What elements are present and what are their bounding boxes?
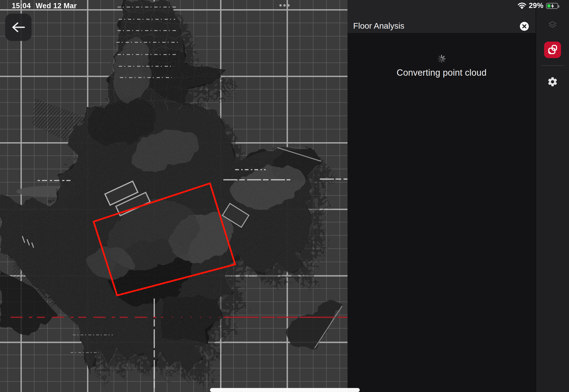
- multitask-indicator[interactable]: [279, 4, 290, 7]
- screen: Floor Analysis Converting point cloud: [0, 0, 569, 392]
- status-left: 15:04 Wed 12 Mar: [12, 2, 77, 10]
- back-arrow-icon: [12, 22, 25, 33]
- wifi-icon: [518, 2, 526, 9]
- close-button[interactable]: [520, 22, 529, 31]
- home-indicator[interactable]: [210, 388, 360, 392]
- status-time: 15:04: [12, 2, 31, 10]
- back-button[interactable]: [5, 14, 31, 41]
- battery-cap: [558, 5, 559, 8]
- close-icon: [520, 22, 529, 31]
- panel-title: Floor Analysis: [353, 21, 404, 30]
- layers-icon: [548, 20, 557, 30]
- settings-gear-icon: [547, 76, 558, 87]
- battery-charging-icon: [546, 3, 558, 9]
- settings-button[interactable]: [544, 73, 561, 90]
- multitask-dot: [283, 4, 286, 7]
- floor-analysis-panel: Floor Analysis Converting point cloud: [347, 0, 536, 392]
- multitask-dot: [287, 4, 290, 7]
- charging-bolt-icon: [551, 3, 555, 9]
- layers-button[interactable]: [544, 16, 561, 33]
- floor-analysis-button[interactable]: [544, 42, 561, 58]
- right-toolbar: [536, 0, 569, 392]
- status-bar: 15:04 Wed 12 Mar 29%: [0, 0, 569, 10]
- battery-fill: [547, 4, 550, 8]
- point-cloud-convert-icon: [547, 44, 558, 55]
- toolbar-divider: [541, 65, 564, 66]
- status-date: Wed 12 Mar: [36, 2, 77, 10]
- conversion-status-message: Converting point cloud: [347, 68, 536, 78]
- multitask-dot: [279, 4, 282, 7]
- status-right: 29%: [518, 1, 558, 10]
- battery-percent: 29%: [529, 1, 543, 10]
- loading-spinner-icon: [436, 53, 447, 64]
